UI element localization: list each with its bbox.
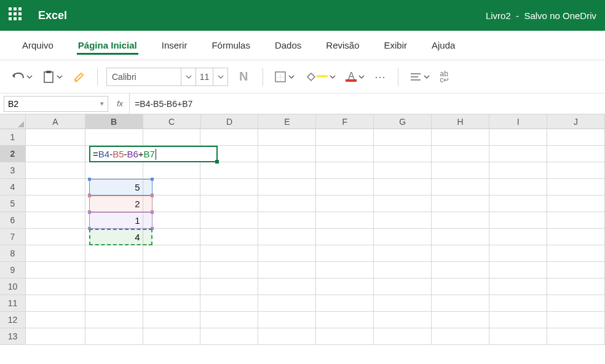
tab-data[interactable]: Dados bbox=[263, 32, 314, 58]
tab-home[interactable]: Página Inicial bbox=[66, 32, 149, 58]
tab-help[interactable]: Ajuda bbox=[419, 32, 467, 58]
row-header[interactable]: 7 bbox=[0, 229, 26, 245]
col-header[interactable]: F bbox=[316, 114, 374, 129]
font-color-button[interactable]: A bbox=[343, 69, 367, 84]
cell-b5[interactable]: 2 bbox=[85, 196, 143, 212]
name-box[interactable]: B2 ▾ bbox=[4, 96, 108, 112]
font-name-input[interactable] bbox=[107, 72, 181, 82]
borders-button[interactable] bbox=[272, 68, 297, 85]
col-header[interactable]: C bbox=[143, 114, 201, 129]
col-header[interactable]: I bbox=[489, 114, 547, 129]
fill-color-button[interactable] bbox=[302, 68, 338, 85]
row-header[interactable]: 2 bbox=[0, 146, 26, 162]
col-header[interactable]: B bbox=[85, 114, 143, 129]
titlebar: Excel Livro2 - Salvo no OneDriv bbox=[0, 0, 605, 31]
formula-bar: B2 ▾ fx =B4-B5-B6+B7 bbox=[0, 93, 605, 114]
select-all-corner[interactable] bbox=[0, 114, 26, 129]
col-header[interactable]: H bbox=[432, 114, 489, 129]
format-painter-button[interactable] bbox=[70, 68, 89, 85]
save-status: Salvo no OneDriv bbox=[524, 10, 596, 21]
text-cursor bbox=[156, 149, 156, 160]
col-header[interactable]: J bbox=[547, 114, 605, 129]
ribbon: 11 N A ⋯ abc↵ bbox=[0, 60, 605, 93]
row-header[interactable]: 6 bbox=[0, 212, 26, 229]
tab-formulas[interactable]: Fórmulas bbox=[199, 32, 263, 58]
app-launcher-icon[interactable] bbox=[9, 7, 25, 23]
align-button[interactable] bbox=[407, 69, 432, 84]
col-header[interactable]: G bbox=[374, 114, 432, 129]
tab-file[interactable]: Arquivo bbox=[10, 32, 66, 58]
cells-area[interactable]: 5 2 1 4 =B4-B5-B6+B7 bbox=[26, 129, 605, 345]
svg-rect-1 bbox=[46, 71, 51, 73]
chevron-down-icon[interactable] bbox=[213, 68, 227, 85]
row-header[interactable]: 12 bbox=[0, 312, 26, 328]
row-header[interactable]: 5 bbox=[0, 196, 26, 212]
name-box-value: B2 bbox=[8, 99, 18, 109]
fx-label[interactable]: fx bbox=[111, 93, 130, 114]
tab-review[interactable]: Revisão bbox=[314, 32, 371, 58]
tab-insert[interactable]: Inserir bbox=[149, 32, 200, 58]
cell-b7[interactable]: 4 bbox=[85, 229, 143, 245]
more-font-button[interactable]: ⋯ bbox=[372, 68, 389, 86]
font-size-input[interactable]: 11 bbox=[196, 68, 213, 85]
col-header[interactable]: E bbox=[258, 114, 316, 129]
row-header[interactable]: 4 bbox=[0, 179, 26, 196]
cell-editor[interactable]: =B4-B5-B6+B7 bbox=[89, 146, 218, 162]
bold-button[interactable]: N bbox=[233, 69, 254, 84]
row-header[interactable]: 3 bbox=[0, 162, 26, 179]
row-header[interactable]: 1 bbox=[0, 129, 26, 146]
row-header[interactable]: 13 bbox=[0, 328, 26, 345]
ribbon-tabs: Arquivo Página Inicial Inserir Fórmulas … bbox=[0, 31, 605, 60]
formula-input[interactable]: =B4-B5-B6+B7 bbox=[130, 99, 197, 109]
row-header[interactable]: 9 bbox=[0, 262, 26, 279]
cell-b6[interactable]: 1 bbox=[85, 212, 143, 229]
row-header[interactable]: 8 bbox=[0, 245, 26, 262]
spreadsheet-grid: 1 2 3 4 5 6 7 8 9 10 11 12 13 A B C D E … bbox=[0, 114, 605, 345]
wrap-text-button[interactable]: abc↵ bbox=[437, 68, 452, 85]
col-header[interactable]: D bbox=[201, 114, 259, 129]
chevron-down-icon[interactable]: ▾ bbox=[100, 100, 104, 108]
row-header[interactable]: 10 bbox=[0, 279, 26, 295]
undo-button[interactable] bbox=[9, 68, 35, 85]
chevron-down-icon[interactable] bbox=[181, 68, 196, 85]
font-selector[interactable]: 11 bbox=[106, 68, 228, 86]
cell-b4[interactable]: 5 bbox=[85, 179, 143, 196]
row-header[interactable]: 11 bbox=[0, 295, 26, 312]
document-title[interactable]: Livro2 - Salvo no OneDriv bbox=[486, 10, 596, 21]
app-name: Excel bbox=[38, 9, 67, 22]
tab-view[interactable]: Exibir bbox=[372, 32, 420, 58]
doc-name: Livro2 bbox=[486, 10, 511, 21]
col-header[interactable]: A bbox=[26, 114, 85, 129]
svg-rect-0 bbox=[44, 72, 53, 82]
paste-button[interactable] bbox=[40, 68, 65, 86]
